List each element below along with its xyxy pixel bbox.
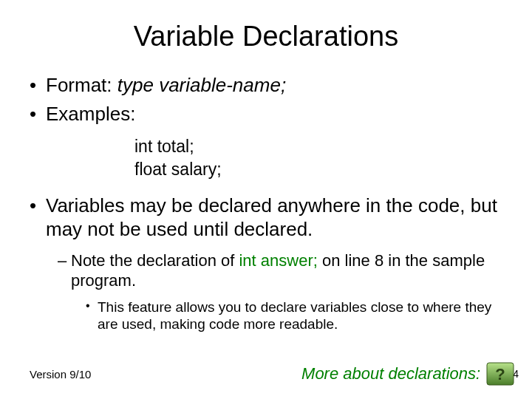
sub-note-pre: Note the declaration of xyxy=(71,251,239,270)
bullet-format-syntax: type variable-name; xyxy=(117,74,286,96)
more-declarations-link[interactable]: More about declarations: xyxy=(301,364,480,383)
bullet-declared-anywhere: Variables may be declared anywhere in th… xyxy=(30,194,502,242)
slide: Variable Declarations Format: type varia… xyxy=(0,0,532,399)
svg-text:?: ? xyxy=(495,365,505,383)
sub-bullet-note: Note the declaration of int answer; on l… xyxy=(58,250,502,291)
question-mark-icon[interactable]: ? xyxy=(486,362,514,386)
bullet-examples: Examples: xyxy=(30,102,502,126)
code-examples: int total; float salary; xyxy=(134,136,502,180)
slide-title: Variable Declarations xyxy=(0,21,532,52)
subsub-bullet-feature: This feature allows you to declare varia… xyxy=(86,299,502,332)
code-line-1: int total; xyxy=(134,136,502,157)
bullet-format-label: Format: xyxy=(46,74,117,96)
version-label: Version 9/10 xyxy=(30,368,91,381)
footer: Version 9/10 More about declarations: ? … xyxy=(30,362,519,386)
slide-body: Format: type variable-name; Examples: in… xyxy=(0,73,532,332)
bullet-format: Format: type variable-name; xyxy=(30,73,502,98)
sub-note-code: int answer; xyxy=(239,251,317,270)
footer-right: More about declarations: ? 4 xyxy=(301,362,519,386)
code-line-2: float salary; xyxy=(134,159,502,180)
